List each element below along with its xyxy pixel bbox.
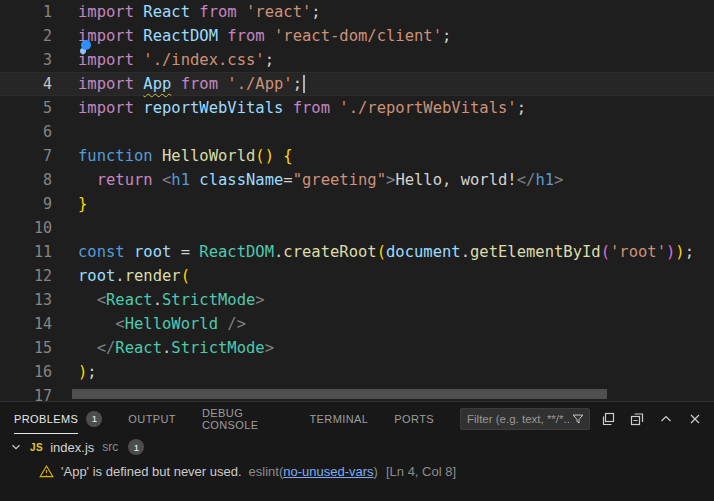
code-text: import './index.css'; xyxy=(78,48,274,72)
editor-lines: 1import React from 'react';2import React… xyxy=(0,0,714,401)
bottom-panel: PROBLEMS1OUTPUTDEBUG CONSOLETERMINALPORT… xyxy=(0,401,714,501)
line-number[interactable]: 5 xyxy=(0,96,52,120)
code-line-2[interactable]: 2import ReactDOM from 'react-dom/client'… xyxy=(0,24,714,48)
line-number[interactable]: 7 xyxy=(0,144,52,168)
code-line-8[interactable]: 8 return <h1 className="greeting">Hello,… xyxy=(0,168,714,192)
tab-label: TERMINAL xyxy=(309,404,368,434)
file-path: src xyxy=(102,440,118,454)
code-editor[interactable]: 1import React from 'react';2import React… xyxy=(0,0,714,401)
tab-debug-console[interactable]: DEBUG CONSOLE xyxy=(202,398,284,440)
line-number[interactable]: 6 xyxy=(0,120,52,144)
close-panel-icon[interactable] xyxy=(684,408,706,430)
problem-source: eslint(no-unused-vars) xyxy=(249,464,378,479)
code-line-12[interactable]: 12root.render( xyxy=(0,264,714,288)
code-text: const root = ReactDOM.createRoot(documen… xyxy=(78,240,694,264)
js-file-icon: JS xyxy=(30,442,43,453)
line-number[interactable]: 10 xyxy=(0,216,52,240)
warning-icon xyxy=(39,464,54,479)
code-text: ); xyxy=(78,360,97,384)
code-text: import App from './App'; xyxy=(78,72,305,96)
code-line-1[interactable]: 1import React from 'react'; xyxy=(0,0,714,24)
problem-rule-link[interactable]: no-unused-vars xyxy=(283,464,373,479)
tab-terminal[interactable]: TERMINAL xyxy=(309,404,368,434)
problem-count-badge: 1 xyxy=(128,439,144,455)
code-text: <HelloWorld /> xyxy=(78,312,246,336)
code-line-3[interactable]: 3import './index.css'; xyxy=(0,48,714,72)
problems-filter[interactable] xyxy=(460,408,590,430)
vscode-window: 1import React from 'react';2import React… xyxy=(0,0,714,501)
code-text: return <h1 className="greeting">Hello, w… xyxy=(78,168,563,192)
line-number[interactable]: 15 xyxy=(0,336,52,360)
tab-label: OUTPUT xyxy=(128,404,176,434)
code-text: import reportWebVitals from './reportWeb… xyxy=(78,96,526,120)
panel-toolbar xyxy=(460,408,706,430)
code-line-4[interactable]: 4import App from './App'; xyxy=(0,72,714,96)
line-number[interactable]: 1 xyxy=(0,0,52,24)
code-line-9[interactable]: 9} xyxy=(0,192,714,216)
line-number[interactable]: 12 xyxy=(0,264,52,288)
tab-output[interactable]: OUTPUT xyxy=(128,404,176,434)
line-number[interactable]: 8 xyxy=(0,168,52,192)
code-text: import ReactDOM from 'react-dom/client'; xyxy=(78,24,451,48)
file-name: index.js xyxy=(50,440,94,455)
line-number[interactable]: 17 xyxy=(0,384,52,401)
horizontal-scrollbar[interactable] xyxy=(72,389,607,399)
code-line-14[interactable]: 14 <HelloWorld /> xyxy=(0,312,714,336)
code-line-5[interactable]: 5import reportWebVitals from './reportWe… xyxy=(0,96,714,120)
text-cursor xyxy=(303,75,305,93)
line-number[interactable]: 16 xyxy=(0,360,52,384)
code-line-16[interactable]: 16); xyxy=(0,360,714,384)
chevron-down-icon[interactable] xyxy=(8,439,24,455)
problem-message: 'App' is defined but never used. xyxy=(61,464,242,479)
code-text: </React.StrictMode> xyxy=(78,336,274,360)
code-line-7[interactable]: 7function HelloWorld() { xyxy=(0,144,714,168)
filter-funnel-icon xyxy=(571,412,585,426)
code-line-15[interactable]: 15 </React.StrictMode> xyxy=(0,336,714,360)
code-text: function HelloWorld() { xyxy=(78,144,293,168)
tab-label: PORTS xyxy=(394,404,434,434)
panel-tabbar: PROBLEMS1OUTPUTDEBUG CONSOLETERMINALPORT… xyxy=(0,402,714,435)
filter-input[interactable] xyxy=(467,413,571,425)
tab-label: DEBUG CONSOLE xyxy=(202,398,284,440)
code-text: } xyxy=(78,192,87,216)
collapse-all-icon[interactable] xyxy=(626,408,648,430)
code-text: root.render( xyxy=(78,264,190,288)
line-number[interactable]: 4 xyxy=(0,72,52,96)
code-text: import React from 'react'; xyxy=(78,0,321,24)
problem-location: [Ln 4, Col 8] xyxy=(386,464,456,479)
code-line-6[interactable]: 6 xyxy=(0,120,714,144)
tab-problems[interactable]: PROBLEMS1 xyxy=(14,404,102,434)
line-number[interactable]: 14 xyxy=(0,312,52,336)
tab-label: PROBLEMS xyxy=(14,404,78,434)
maximize-panel-icon[interactable] xyxy=(655,408,677,430)
panel-tabs: PROBLEMS1OUTPUTDEBUG CONSOLETERMINALPORT… xyxy=(14,398,460,440)
line-number[interactable]: 11 xyxy=(0,240,52,264)
code-line-13[interactable]: 13 <React.StrictMode> xyxy=(0,288,714,312)
line-number[interactable]: 9 xyxy=(0,192,52,216)
code-text: <React.StrictMode> xyxy=(78,288,265,312)
line-number[interactable]: 13 xyxy=(0,288,52,312)
view-as-table-icon[interactable] xyxy=(597,408,619,430)
tab-badge: 1 xyxy=(86,411,102,427)
line-number[interactable]: 3 xyxy=(0,48,52,72)
tab-ports[interactable]: PORTS xyxy=(394,404,434,434)
code-line-11[interactable]: 11const root = ReactDOM.createRoot(docum… xyxy=(0,240,714,264)
code-line-10[interactable]: 10 xyxy=(0,216,714,240)
presence-indicator-dot xyxy=(81,40,91,50)
problem-row[interactable]: 'App' is defined but never used. eslint(… xyxy=(0,459,714,484)
line-number[interactable]: 2 xyxy=(0,24,52,48)
